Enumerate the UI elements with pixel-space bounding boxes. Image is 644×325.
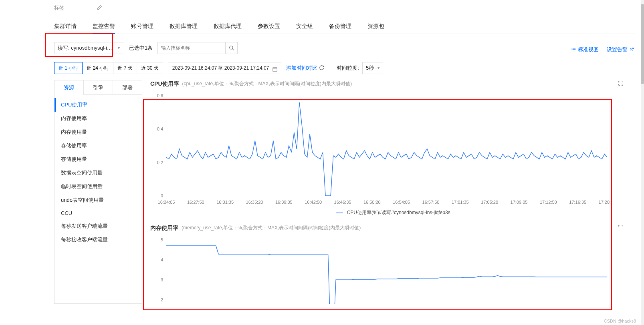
svg-text:16:54:05: 16:54:05 [393,200,410,205]
time-range-2[interactable]: 近 7 天 [113,62,137,74]
granularity: 时间粒度: 5秒 [337,62,383,74]
svg-text:17:05:20: 17:05:20 [481,200,498,205]
refresh-icon[interactable] [319,65,325,72]
instance-dropdown[interactable]: 读写: cynosdbmysql-ins-jiqfe... [54,42,124,54]
add-time-compare[interactable]: 添加时间对比 [286,64,317,72]
header: 标签 [54,0,636,16]
calendar-icon [272,65,278,76]
granularity-select[interactable]: 5秒 [362,62,383,74]
time-range-0[interactable]: 近 1 小时 [54,62,83,74]
svg-rect-8 [273,68,277,71]
svg-text:17:12:50: 17:12:50 [540,200,557,205]
chart1-title: CPU使用率 [150,80,179,88]
chart2-header: 内存使用率 (memory_use_rate,单位：%,聚合方式：MAX,表示时… [150,224,636,232]
sidebar-tab-1[interactable]: 引擎 [84,80,113,95]
edit-icon[interactable] [97,5,102,12]
scrollbar-thumb[interactable] [641,4,644,84]
time-range-1[interactable]: 近 24 小时 [82,62,113,74]
tab-8[interactable]: 资源包 [367,18,384,34]
svg-text:17:20:20: 17:20:20 [599,200,611,205]
chart1-header: CPU使用率 (cpu_use_rate,单位：%,聚合方式：MAX,表示时间间… [150,80,636,88]
svg-text:17:09:05: 17:09:05 [511,200,528,205]
svg-text:16:31:35: 16:31:35 [216,200,234,205]
tab-2[interactable]: 账号管理 [131,18,153,34]
standard-view-label: 标准视图 [578,46,599,53]
chart2-subtitle: (memory_use_rate,单位：%,聚合方式：MAX,表示时间间隔(时间… [182,225,361,231]
svg-text:17:01:35: 17:01:35 [452,200,469,205]
watermark: CSDN @hacks8 [604,319,636,323]
svg-text:16:39:05: 16:39:05 [275,200,293,205]
svg-text:17:16:35: 17:16:35 [569,200,586,205]
svg-text:16:35:20: 16:35:20 [246,200,263,205]
sidebar-tab-0[interactable]: 资源 [55,80,84,95]
tab-5[interactable]: 参数设置 [258,18,280,34]
tab-3[interactable]: 数据库管理 [170,18,198,34]
legend-line-icon [336,213,343,213]
svg-text:16:57:50: 16:57:50 [422,200,440,205]
tab-1[interactable]: 监控告警 [93,18,115,34]
tab-7[interactable]: 备份管理 [329,18,351,34]
chart-area: CPU使用率 (cpu_use_rate,单位：%,聚合方式：MAX,表示时间间… [142,80,636,304]
metric-item-7[interactable]: undo表空间使用量 [55,193,142,207]
set-alarm-link[interactable]: 设置告警 [607,46,634,53]
expand-icon[interactable] [618,224,624,232]
granularity-label: 时间粒度: [337,64,359,72]
tab-4[interactable]: 数据库代理 [214,18,242,34]
chart1-subtitle: (cpu_use_rate,单位：%,聚合方式：MAX,表示时间间隔(时间粒度)… [182,80,352,87]
tab-0[interactable]: 集群详情 [54,18,77,34]
standard-view-link[interactable]: 标准视图 [571,46,599,53]
svg-text:4: 4 [161,257,163,262]
search-button[interactable] [226,42,238,54]
metric-item-9[interactable]: 每秒发送客户端流量 [55,219,142,233]
search-input[interactable] [157,42,226,54]
metric-item-1[interactable]: 内存使用率 [55,112,142,125]
expand-icon[interactable] [618,80,624,88]
main-tabs: 集群详情监控告警账号管理数据库管理数据库代理参数设置安全组备份管理资源包 [54,18,636,34]
svg-text:16:50:20: 16:50:20 [363,200,381,205]
search-box [157,42,238,54]
selected-count: 已选中1条 [129,44,153,52]
svg-text:3: 3 [161,277,163,282]
svg-text:16:27:50: 16:27:50 [187,200,204,205]
svg-text:0.6: 0.6 [157,93,163,98]
add-compare-label: 添加时间对比 [286,64,317,72]
svg-text:2: 2 [161,297,163,302]
top-right-links: 标准视图 设置告警 [571,46,634,53]
metric-item-10[interactable]: 每秒接收客户端流量 [55,233,142,247]
sidebar: 资源引擎部署 CPU使用率内存使用率内存使用量存储使用率存储使用量数据表空间使用… [54,80,142,304]
main-area: 资源引擎部署 CPU使用率内存使用率内存使用量存储使用率存储使用量数据表空间使用… [54,80,636,304]
svg-text:16:46:35: 16:46:35 [334,200,351,205]
chart1-legend-label: CPU使用率(%)#读写#cynosdbmysql-ins-jiqfeb3s [347,210,450,215]
chart2: 2345 [150,236,636,304]
metric-item-8[interactable]: CCU [55,207,142,219]
svg-text:0: 0 [161,193,163,198]
metric-item-2[interactable]: 内存使用量 [55,125,142,139]
svg-text:0.4: 0.4 [157,126,163,131]
header-label: 标签 [54,4,65,12]
svg-point-0 [229,46,232,49]
time-range-text: 2023-09-21 16:24:07 至 2023-09-21 17:24:0… [172,65,269,71]
svg-line-1 [232,49,234,50]
svg-text:5: 5 [161,237,163,242]
svg-text:16:42:50: 16:42:50 [305,200,322,205]
metric-item-5[interactable]: 数据表空间使用量 [55,166,142,180]
metric-item-4[interactable]: 存储使用量 [55,152,142,166]
chart2-title: 内存使用率 [150,225,178,232]
tab-6[interactable]: 安全组 [296,18,313,34]
metric-item-6[interactable]: 临时表空间使用量 [55,180,142,193]
chart1-legend: CPU使用率(%)#读写#cynosdbmysql-ins-jiqfeb3s [150,209,636,216]
chart1: 00.20.40.616:24:0516:27:5016:31:3516:35:… [150,92,636,208]
svg-text:16:24:05: 16:24:05 [158,200,175,205]
external-icon [629,47,634,52]
metric-item-3[interactable]: 存储使用率 [55,139,142,152]
time-row: 近 1 小时近 24 小时近 7 天近 30 天 2023-09-21 16:2… [54,60,636,80]
time-range-picker[interactable]: 2023-09-21 16:24:07 至 2023-09-21 17:24:0… [168,62,282,74]
svg-text:0.2: 0.2 [157,160,163,165]
filter-row: 读写: cynosdbmysql-ins-jiqfe... 已选中1条 [54,34,636,60]
sidebar-tab-2[interactable]: 部署 [113,80,142,95]
search-icon [229,45,234,51]
list-icon [571,47,576,52]
metric-item-0[interactable]: CPU使用率 [55,98,142,112]
set-alarm-label: 设置告警 [607,46,628,53]
time-range-3[interactable]: 近 30 天 [137,62,163,74]
